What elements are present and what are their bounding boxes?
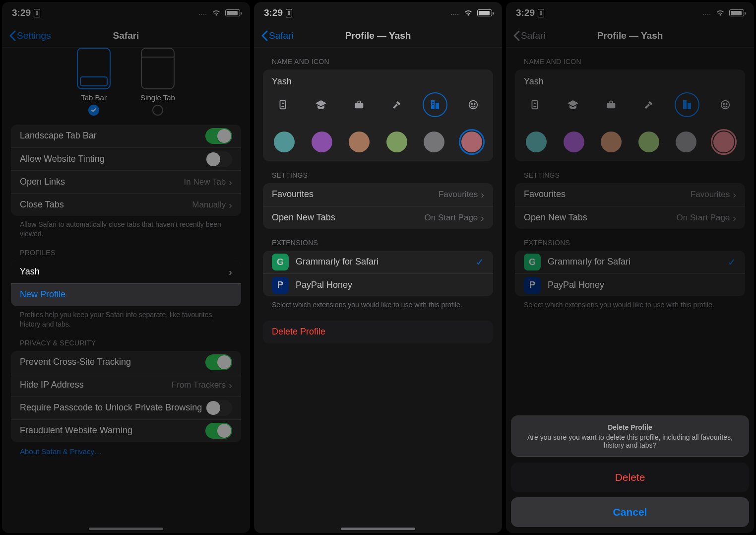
delete-profile-group: Delete Profile: [263, 321, 493, 343]
smile-icon[interactable]: [716, 96, 734, 114]
color-picker-row: [515, 123, 745, 161]
page-title: Safari: [2, 30, 250, 41]
close-tabs-value: Manually: [192, 200, 226, 210]
open-links-value: In New Tab: [184, 177, 226, 187]
briefcase-icon[interactable]: [350, 96, 368, 114]
home-indicator[interactable]: [89, 528, 163, 530]
paypal-icon: P: [524, 277, 541, 294]
favourites-row[interactable]: Favourites Favourites ›: [515, 183, 745, 206]
about-privacy-link[interactable]: About Safari & Privacy…: [11, 442, 241, 456]
sheet-message-group: Delete Profile Are you sure you want to …: [511, 415, 749, 457]
delete-profile-button[interactable]: Delete Profile: [263, 321, 493, 343]
radio-unselected-icon: [152, 105, 163, 116]
color-swatch-green[interactable]: [386, 132, 407, 152]
profile-name-input[interactable]: Yash: [263, 69, 493, 87]
extension-paypal-row[interactable]: P PayPal Honey: [263, 273, 493, 296]
chevron-right-icon: ›: [733, 190, 736, 200]
profile-name-label: Yash: [20, 262, 229, 282]
color-swatch-pink[interactable]: [461, 132, 482, 152]
extension-grammarly-row[interactable]: G Grammarly for Safari ✓: [515, 251, 745, 273]
sheet-cancel-button[interactable]: Cancel: [511, 497, 749, 527]
safari-settings-screen: 3:29 ▯ .... Settings Safari Tab Bar: [2, 2, 250, 533]
status-bar: 3:29 ▯ ....: [2, 2, 250, 24]
passcode-toggle[interactable]: [205, 400, 232, 416]
favourites-value: Favourites: [439, 190, 478, 200]
svg-point-1: [282, 102, 284, 104]
graduation-cap-icon[interactable]: [564, 96, 582, 114]
close-tabs-footnote: Allow Safari to automatically close tabs…: [11, 216, 241, 239]
color-swatch-orange[interactable]: [349, 132, 370, 152]
new-profile-button[interactable]: New Profile: [11, 283, 241, 306]
hammer-icon[interactable]: [640, 96, 658, 114]
color-swatch-purple[interactable]: [312, 132, 332, 152]
battery-icon: [729, 9, 744, 16]
svg-point-18: [723, 103, 724, 104]
color-swatch-gray[interactable]: [676, 132, 696, 152]
tab-bar-option[interactable]: Tab Bar: [77, 48, 111, 116]
graduation-cap-icon[interactable]: [312, 96, 330, 114]
sheet-header: Delete Profile Are you sure you want to …: [511, 415, 749, 457]
extensions-group: G Grammarly for Safari ✓ P PayPal Honey: [515, 251, 745, 296]
newtabs-row[interactable]: Open New Tabs On Start Page ›: [515, 206, 745, 229]
building-icon[interactable]: [423, 92, 447, 117]
id-card-icon[interactable]: [526, 96, 544, 114]
privacy-group: Prevent Cross-Site Tracking Hide IP Addr…: [11, 351, 241, 442]
checkmark-icon: ✓: [728, 256, 736, 268]
svg-rect-2: [355, 103, 363, 108]
profiles-group: Yash › New Profile: [11, 261, 241, 306]
ext2-label: PayPal Honey: [548, 275, 736, 296]
extension-grammarly-row[interactable]: G Grammarly for Safari ✓: [263, 251, 493, 273]
id-card-icon[interactable]: [274, 96, 292, 114]
nav-bar: Safari Profile — Yash: [254, 24, 502, 48]
newtabs-row[interactable]: Open New Tabs On Start Page ›: [263, 206, 493, 229]
profile-name-input[interactable]: Yash: [515, 69, 745, 87]
newtabs-label: Open New Tabs: [524, 207, 677, 228]
tinting-label: Allow Website Tinting: [20, 149, 205, 170]
website-tinting-row[interactable]: Allow Website Tinting: [11, 147, 241, 170]
chevron-right-icon: ›: [481, 213, 484, 223]
building-icon[interactable]: [675, 92, 699, 117]
tinting-toggle[interactable]: [205, 151, 232, 167]
privacy-section-label: PRIVACY & SECURITY: [11, 329, 241, 351]
single-tab-option[interactable]: Single Tab: [140, 48, 175, 116]
briefcase-icon[interactable]: [602, 96, 620, 114]
fraud-warning-row[interactable]: Fraudulent Website Warning: [11, 419, 241, 442]
hammer-icon[interactable]: [388, 96, 406, 114]
landscape-toggle[interactable]: [205, 128, 232, 144]
extension-paypal-row[interactable]: P PayPal Honey: [515, 273, 745, 296]
settings-section-label: SETTINGS: [263, 161, 493, 183]
color-swatch-green[interactable]: [638, 132, 659, 152]
fraud-toggle[interactable]: [205, 423, 232, 439]
passcode-row[interactable]: Require Passcode to Unlock Private Brows…: [11, 397, 241, 419]
checkmark-icon: ✓: [476, 256, 484, 268]
sheet-delete-button[interactable]: Delete: [511, 463, 749, 492]
status-time: 3:29: [12, 7, 31, 18]
tracking-row[interactable]: Prevent Cross-Site Tracking: [11, 351, 241, 374]
color-swatch-pink[interactable]: [713, 132, 734, 152]
battery-icon: [225, 9, 240, 16]
landscape-tab-bar-row[interactable]: Landscape Tab Bar: [11, 125, 241, 147]
color-swatch-gray[interactable]: [424, 132, 444, 152]
close-tabs-row[interactable]: Close Tabs Manually ›: [11, 193, 241, 216]
sheet-title: Delete Profile: [521, 423, 739, 431]
chevron-right-icon: ›: [229, 380, 232, 390]
color-swatch-teal[interactable]: [526, 132, 547, 152]
nameicon-section-label: NAME AND ICON: [263, 48, 493, 69]
profile-yash-row[interactable]: Yash ›: [11, 261, 241, 283]
profile-settings-group: Favourites Favourites › Open New Tabs On…: [515, 183, 745, 229]
color-swatch-purple[interactable]: [564, 132, 584, 152]
tracking-toggle[interactable]: [205, 354, 232, 370]
home-indicator[interactable]: [341, 528, 415, 530]
hide-ip-row[interactable]: Hide IP Address From Trackers ›: [11, 374, 241, 397]
close-tabs-label: Close Tabs: [20, 195, 192, 215]
color-swatch-teal[interactable]: [274, 132, 295, 152]
smile-icon[interactable]: [464, 96, 482, 114]
newtabs-value: On Start Page: [425, 213, 478, 223]
chevron-right-icon: ›: [229, 267, 232, 277]
favourites-row[interactable]: Favourites Favourites ›: [263, 183, 493, 206]
color-swatch-orange[interactable]: [601, 132, 622, 152]
passcode-label: Require Passcode to Unlock Private Brows…: [20, 398, 205, 418]
favourites-label: Favourites: [524, 184, 691, 205]
status-bar: 3:29 ▯ ....: [254, 2, 502, 24]
open-links-row[interactable]: Open Links In New Tab ›: [11, 170, 241, 193]
